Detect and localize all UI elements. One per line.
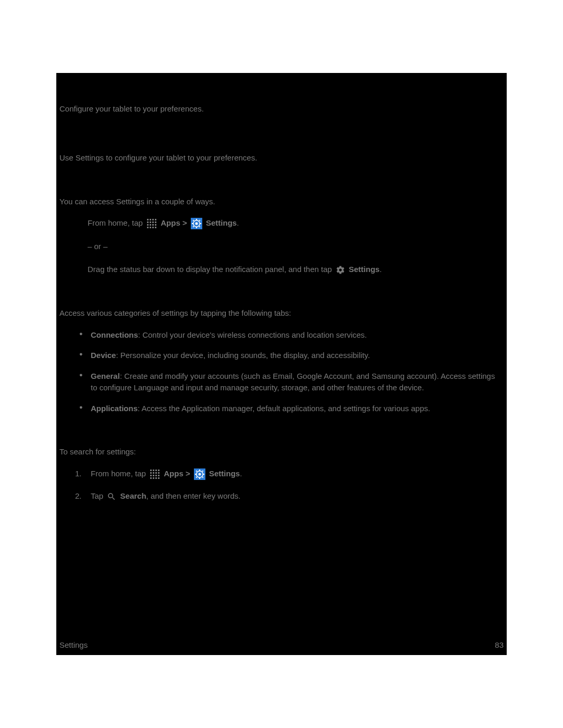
svg-rect-28 <box>150 470 152 471</box>
svg-rect-36 <box>150 475 152 476</box>
gt-separator: > <box>182 218 189 227</box>
apps-grid-icon <box>150 469 160 479</box>
category-term: Device <box>91 351 116 360</box>
search-steps: From home, tap Apps > <box>59 468 504 502</box>
svg-rect-43 <box>158 477 160 479</box>
category-desc: : Control your device's wireless connect… <box>138 330 367 339</box>
category-desc: : Personalize your device, including sou… <box>116 351 370 360</box>
svg-rect-4 <box>147 221 149 223</box>
svg-rect-33 <box>153 472 154 474</box>
heading-settings: Settings <box>59 75 504 94</box>
svg-rect-51 <box>203 474 204 475</box>
categories-text: Access various categories of settings by… <box>59 307 504 319</box>
settings-gear-blue-icon <box>191 218 202 229</box>
svg-rect-21 <box>196 227 197 228</box>
heading-search: Searching for Settings <box>59 426 504 438</box>
svg-rect-20 <box>196 219 197 220</box>
footer-page-number: 83 <box>495 639 504 651</box>
svg-rect-6 <box>152 221 154 223</box>
access-step-1: From home, tap Apps > <box>88 217 504 229</box>
svg-rect-37 <box>153 475 154 476</box>
svg-rect-23 <box>200 223 201 224</box>
search-icon <box>107 492 116 501</box>
apps-label-2: Apps <box>164 469 183 478</box>
settings-label-3: Settings <box>209 469 240 478</box>
access-step2-pre: Drag the status bar down to display the … <box>88 265 334 274</box>
access-text: You can access Settings in a couple of w… <box>59 196 504 207</box>
heading-access: Access Settings <box>59 176 504 188</box>
page-footer: Settings 83 <box>59 639 504 651</box>
apps-grid-icon <box>146 218 157 229</box>
list-item: Connections: Control your device's wirel… <box>59 329 504 341</box>
search-label: Search <box>120 491 146 500</box>
svg-rect-12 <box>147 227 149 228</box>
gt-separator-2: > <box>186 469 192 478</box>
search-step1-pre: From home, tap <box>91 469 148 478</box>
list-item: General: Create and modify your accounts… <box>59 371 504 393</box>
category-term: Applications <box>91 404 138 413</box>
search-step-2: Tap Search, and then enter key words. <box>59 490 504 502</box>
svg-rect-14 <box>152 227 154 228</box>
settings-gear-blue-icon <box>194 468 205 480</box>
settings-label: Settings <box>206 218 237 227</box>
svg-rect-10 <box>152 224 154 226</box>
svg-rect-8 <box>147 224 149 226</box>
category-term: Connections <box>91 330 138 339</box>
svg-rect-5 <box>150 221 151 223</box>
svg-rect-15 <box>155 227 156 228</box>
svg-rect-40 <box>150 477 152 479</box>
svg-rect-50 <box>195 474 197 475</box>
svg-point-19 <box>195 223 198 225</box>
svg-rect-3 <box>155 219 156 220</box>
svg-rect-38 <box>155 475 157 476</box>
overview-text: Use Settings to configure your tablet to… <box>59 152 504 164</box>
svg-rect-7 <box>155 221 156 223</box>
search-step2-post: , and then enter key words. <box>146 491 241 500</box>
search-step-1: From home, tap Apps > <box>59 468 504 480</box>
search-text: To search for settings: <box>59 446 504 458</box>
document-page: Settings Configure your tablet to your p… <box>56 73 507 655</box>
svg-rect-2 <box>152 219 154 220</box>
access-step-2: Drag the status bar down to display the … <box>88 264 504 275</box>
svg-rect-35 <box>158 472 160 474</box>
footer-left: Settings <box>59 639 88 651</box>
settings-gear-icon <box>336 265 345 275</box>
svg-point-47 <box>198 473 201 476</box>
svg-rect-39 <box>158 475 160 476</box>
or-separator: – or – <box>88 241 504 252</box>
access-step1-pre: From home, tap <box>88 218 145 227</box>
list-item: Applications: Access the Application man… <box>59 403 504 414</box>
category-desc: : Create and modify your accounts (such … <box>91 372 495 392</box>
svg-rect-42 <box>155 477 157 479</box>
category-desc: : Access the Application manager, defaul… <box>138 404 430 413</box>
search-step2-pre: Tap <box>91 491 105 500</box>
heading-overview: Settings Overview <box>59 128 504 143</box>
period: . <box>237 218 239 227</box>
list-item: Device: Personalize your device, includi… <box>59 350 504 361</box>
svg-rect-48 <box>199 470 200 471</box>
svg-rect-13 <box>150 227 151 228</box>
settings-label-2: Settings <box>349 265 380 274</box>
intro-text: Configure your tablet to your preference… <box>59 103 504 115</box>
svg-rect-49 <box>199 477 200 479</box>
svg-rect-29 <box>153 470 154 471</box>
heading-categories: Settings Categories <box>59 288 504 299</box>
svg-rect-22 <box>192 223 193 224</box>
category-term: General <box>91 372 120 380</box>
categories-list: Connections: Control your device's wirel… <box>59 329 504 414</box>
svg-rect-32 <box>150 472 152 474</box>
svg-rect-1 <box>150 219 151 220</box>
page-content: Settings Configure your tablet to your p… <box>56 73 507 502</box>
period-2: . <box>380 265 382 274</box>
svg-rect-9 <box>150 224 151 226</box>
svg-rect-11 <box>155 224 156 226</box>
svg-rect-30 <box>155 470 157 471</box>
svg-rect-0 <box>147 219 149 220</box>
period-3: . <box>240 469 242 478</box>
apps-label: Apps <box>161 218 180 227</box>
svg-rect-34 <box>155 472 157 474</box>
svg-rect-41 <box>153 477 154 479</box>
svg-rect-31 <box>158 470 160 471</box>
